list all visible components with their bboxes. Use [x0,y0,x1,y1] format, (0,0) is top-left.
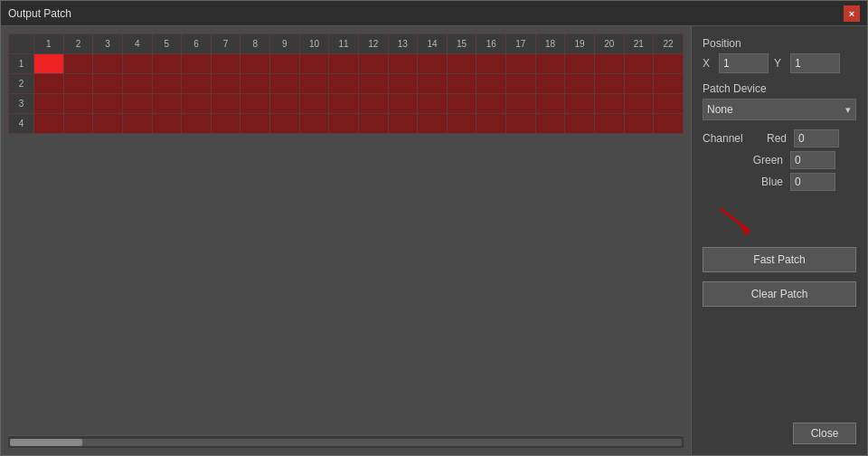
grid-cell-r3-c20[interactable] [594,94,624,114]
grid-cell-r4-c1[interactable] [34,114,64,134]
grid-cell-r4-c6[interactable] [182,114,212,134]
grid-cell-r4-c11[interactable] [329,114,359,134]
grid-cell-r1-c1[interactable] [34,54,64,74]
blue-input[interactable] [790,173,835,191]
grid-cell-r3-c1[interactable] [34,94,64,114]
y-input[interactable] [790,53,840,73]
grid-cell-r2-c20[interactable] [594,74,624,94]
grid-cell-r4-c16[interactable] [476,114,506,134]
grid-cell-r1-c15[interactable] [447,54,476,74]
grid-cell-r3-c16[interactable] [476,94,506,114]
grid-cell-r3-c2[interactable] [63,94,93,114]
grid-cell-r2-c15[interactable] [447,74,476,94]
close-dialog-button[interactable]: Close [793,423,856,444]
grid-cell-r4-c10[interactable] [299,114,329,134]
grid-cell-r4-c2[interactable] [63,114,93,134]
grid-cell-r2-c11[interactable] [329,74,359,94]
grid-cell-r4-c21[interactable] [624,114,654,134]
grid-cell-r1-c12[interactable] [358,54,388,74]
grid-cell-r3-c18[interactable] [535,94,565,114]
grid-cell-r3-c22[interactable] [654,94,684,114]
grid-cell-r1-c22[interactable] [654,54,684,74]
grid-cell-r2-c18[interactable] [535,74,565,94]
grid-cell-r3-c11[interactable] [329,94,359,114]
grid-cell-r1-c8[interactable] [241,54,270,74]
grid-cell-r2-c22[interactable] [654,74,684,94]
grid-cell-r1-c14[interactable] [418,54,448,74]
grid-cell-r3-c8[interactable] [241,94,270,114]
grid-cell-r2-c14[interactable] [418,74,448,94]
grid-cell-r1-c2[interactable] [63,54,93,74]
grid-cell-r3-c21[interactable] [624,94,654,114]
grid-cell-r3-c13[interactable] [388,94,418,114]
grid-cell-r2-c16[interactable] [476,74,506,94]
grid-cell-r3-c7[interactable] [211,94,241,114]
grid-cell-r2-c3[interactable] [93,74,123,94]
grid-cell-r3-c9[interactable] [270,94,300,114]
grid-cell-r3-c15[interactable] [447,94,476,114]
grid-cell-r4-c9[interactable] [270,114,300,134]
patch-device-select[interactable]: None [703,99,856,120]
grid-cell-r2-c7[interactable] [211,74,241,94]
grid-cell-r2-c4[interactable] [122,74,152,94]
grid-cell-r1-c19[interactable] [565,54,595,74]
grid-cell-r4-c13[interactable] [388,114,418,134]
grid-cell-r1-c17[interactable] [506,54,536,74]
grid-cell-r1-c6[interactable] [182,54,212,74]
grid-cell-r4-c17[interactable] [506,114,536,134]
grid-cell-r1-c13[interactable] [388,54,418,74]
grid-cell-r1-c10[interactable] [299,54,329,74]
grid-cell-r1-c21[interactable] [624,54,654,74]
grid-cell-r2-c1[interactable] [34,74,64,94]
grid-cell-r1-c16[interactable] [476,54,506,74]
grid-cell-r2-c8[interactable] [241,74,270,94]
grid-cell-r1-c20[interactable] [594,54,624,74]
grid-cell-r4-c12[interactable] [358,114,388,134]
grid-cell-r1-c4[interactable] [122,54,152,74]
grid-cell-r2-c6[interactable] [182,74,212,94]
grid-cell-r3-c19[interactable] [565,94,595,114]
title-bar-close-button[interactable]: × [844,5,860,22]
grid-cell-r2-c13[interactable] [388,74,418,94]
grid-cell-r3-c3[interactable] [93,94,123,114]
grid-cell-r4-c3[interactable] [93,114,123,134]
grid-cell-r2-c9[interactable] [270,74,300,94]
grid-cell-r4-c5[interactable] [152,114,182,134]
scrollbar-thumb[interactable] [10,439,82,446]
grid-cell-r4-c4[interactable] [122,114,152,134]
grid-cell-r2-c17[interactable] [506,74,536,94]
grid-cell-r4-c22[interactable] [654,114,684,134]
clear-patch-button[interactable]: Clear Patch [703,281,856,307]
horizontal-scrollbar[interactable] [8,435,684,448]
grid-cell-r3-c10[interactable] [299,94,329,114]
grid-cell-r1-c18[interactable] [535,54,565,74]
grid-cell-r3-c6[interactable] [182,94,212,114]
grid-cell-r4-c7[interactable] [211,114,241,134]
grid-cell-r2-c2[interactable] [63,74,93,94]
green-input[interactable] [790,151,835,169]
x-input[interactable] [719,53,769,73]
grid-cell-r3-c4[interactable] [122,94,152,114]
grid-cell-r4-c15[interactable] [447,114,476,134]
grid-cell-r4-c19[interactable] [565,114,595,134]
grid-cell-r1-c9[interactable] [270,54,300,74]
grid-cell-r3-c17[interactable] [506,94,536,114]
grid-cell-r2-c5[interactable] [152,74,182,94]
grid-cell-r3-c5[interactable] [152,94,182,114]
grid-cell-r2-c19[interactable] [565,74,595,94]
grid-cell-r4-c14[interactable] [418,114,448,134]
fast-patch-button[interactable]: Fast Patch [703,247,856,272]
grid-cell-r4-c20[interactable] [594,114,624,134]
red-input[interactable] [794,129,839,147]
grid-cell-r4-c18[interactable] [535,114,565,134]
grid-cell-r4-c8[interactable] [241,114,270,134]
grid-cell-r1-c7[interactable] [211,54,241,74]
grid-cell-r3-c14[interactable] [418,94,448,114]
grid-cell-r2-c10[interactable] [299,74,329,94]
grid-cell-r2-c12[interactable] [358,74,388,94]
grid-cell-r1-c11[interactable] [329,54,359,74]
grid-cell-r2-c21[interactable] [624,74,654,94]
grid-cell-r3-c12[interactable] [358,94,388,114]
grid-cell-r1-c5[interactable] [152,54,182,74]
grid-cell-r1-c3[interactable] [93,54,123,74]
